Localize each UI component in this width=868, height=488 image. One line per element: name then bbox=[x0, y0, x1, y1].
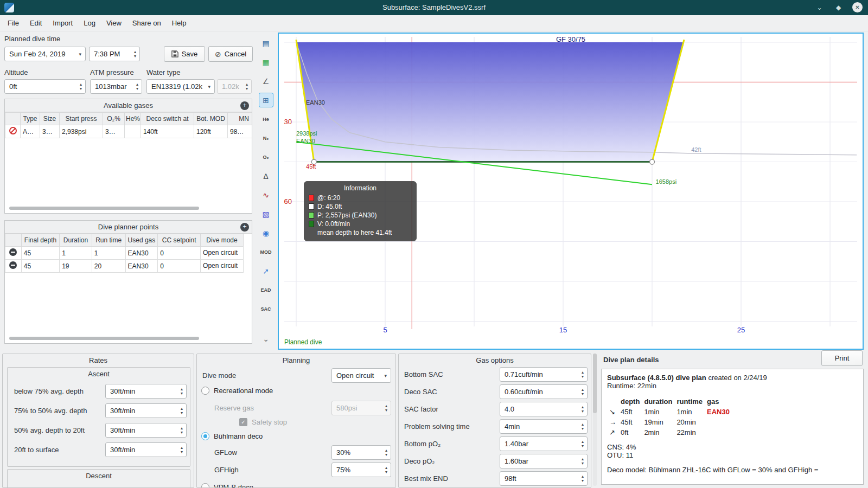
col-type[interactable]: Type bbox=[21, 113, 40, 125]
profile-picture-icon[interactable]: ▧ bbox=[259, 207, 273, 221]
tissues-icon[interactable]: ∆ bbox=[259, 169, 273, 183]
cylinder-in-use-icon[interactable] bbox=[9, 127, 17, 134]
print-button[interactable]: Print bbox=[821, 350, 863, 366]
title-bar[interactable]: Subsurface: SampleDivesV2.ssrf ⌄ ◆ ✕ bbox=[0, 0, 868, 15]
gflow-spinbox[interactable]: 30% ▴▾ bbox=[331, 445, 391, 460]
spin-buttons[interactable]: ▴▾ bbox=[580, 370, 585, 379]
menu-help[interactable]: Help bbox=[167, 16, 192, 30]
add-gas-button[interactable]: + bbox=[240, 101, 249, 110]
spin-down-icon[interactable]: ▾ bbox=[582, 479, 584, 483]
spin-buttons[interactable]: ▴▾ bbox=[384, 466, 389, 474]
gfhigh-spinbox[interactable]: 75% ▴▾ bbox=[331, 463, 391, 477]
spin-down-icon[interactable]: ▾ bbox=[136, 87, 138, 91]
col-bot-mod[interactable]: Bot. MOD bbox=[194, 113, 228, 125]
ndl-icon[interactable]: ➚ bbox=[259, 264, 273, 278]
col-size[interactable]: Size bbox=[40, 113, 60, 125]
best-mix-end-spinbox[interactable]: 98ft ▴▾ bbox=[500, 471, 588, 486]
spin-buttons[interactable]: ▴▾ bbox=[179, 446, 184, 454]
spin-buttons[interactable]: ▴▾ bbox=[580, 440, 585, 448]
sac-factor-spinbox[interactable]: 4.0 ▴▾ bbox=[500, 402, 588, 416]
spin-down-icon[interactable]: ▾ bbox=[181, 450, 183, 454]
add-point-button[interactable]: + bbox=[240, 223, 249, 232]
gas-change-icon[interactable]: ◉ bbox=[259, 226, 273, 240]
spin-buttons[interactable]: ▴▾ bbox=[179, 426, 184, 435]
spin-buttons[interactable]: ▴▾ bbox=[179, 387, 184, 396]
col-used-gas[interactable]: Used gas bbox=[125, 234, 158, 247]
water-type-combobox[interactable]: EN13319 (1.02k ▾ bbox=[146, 79, 215, 94]
spin-down-icon[interactable]: ▾ bbox=[134, 54, 136, 59]
col-deco-switch[interactable]: Deco switch at bbox=[141, 113, 194, 125]
col-o2[interactable]: O₂% bbox=[103, 113, 125, 125]
vpmb-radio[interactable] bbox=[201, 483, 209, 488]
deco-po2-spinbox[interactable]: 1.60bar ▴▾ bbox=[500, 454, 588, 468]
spin-buttons[interactable]: ▴▾ bbox=[580, 457, 585, 466]
ascent-rate-3-spinbox[interactable]: 30ft/min ▴▾ bbox=[105, 423, 187, 438]
mod-icon[interactable]: MOD bbox=[259, 245, 273, 259]
col-start-press[interactable]: Start press bbox=[60, 113, 103, 125]
spin-down-icon[interactable]: ▾ bbox=[181, 391, 183, 396]
spin-down-icon[interactable]: ▾ bbox=[582, 392, 584, 396]
col-dive-mode[interactable]: Dive mode bbox=[201, 234, 244, 247]
menu-import[interactable]: Import bbox=[47, 16, 78, 30]
spin-buttons[interactable]: ▴▾ bbox=[580, 388, 585, 396]
partial-pressure-he-icon[interactable]: He bbox=[259, 112, 273, 126]
vertical-scrollbar-thumb[interactable] bbox=[593, 354, 597, 413]
maximize-icon[interactable]: ◆ bbox=[833, 2, 844, 12]
spin-down-icon[interactable]: ▾ bbox=[582, 444, 584, 448]
col-he[interactable]: He% bbox=[125, 113, 141, 125]
delete-point-icon[interactable] bbox=[9, 248, 17, 256]
cancel-button[interactable]: ⊘ Cancel bbox=[208, 46, 253, 62]
buhlmann-radio[interactable] bbox=[201, 432, 209, 440]
spin-buttons[interactable]: ▴▾ bbox=[580, 422, 585, 431]
horizontal-scrollbar[interactable] bbox=[9, 337, 199, 340]
spin-buttons[interactable]: ▴▾ bbox=[135, 82, 140, 91]
partial-pressure-n2-icon[interactable]: N₂ bbox=[259, 131, 273, 145]
spin-down-icon[interactable]: ▾ bbox=[181, 431, 183, 435]
menu-file[interactable]: File bbox=[2, 16, 24, 30]
heart-rate-icon[interactable]: ∿ bbox=[259, 188, 273, 202]
spin-down-icon[interactable]: ▾ bbox=[582, 427, 584, 431]
ruler-icon[interactable]: ∠ bbox=[259, 74, 273, 88]
spin-buttons[interactable]: ▴▾ bbox=[580, 405, 585, 414]
photos-icon[interactable]: ▦ bbox=[259, 55, 273, 69]
toolbar-scroll-down-icon[interactable]: ⌄ bbox=[263, 335, 269, 343]
spin-buttons[interactable]: ▴▾ bbox=[78, 82, 84, 91]
spin-buttons[interactable]: ▴▾ bbox=[179, 407, 184, 415]
atm-pressure-spinbox[interactable]: 1013mbar ▴▾ bbox=[90, 79, 142, 94]
ascent-rate-4-spinbox[interactable]: 30ft/min ▴▾ bbox=[105, 442, 187, 457]
spin-down-icon[interactable]: ▾ bbox=[582, 461, 584, 466]
col-mnd[interactable]: MN bbox=[228, 113, 253, 125]
gas-table-row[interactable]: A… 3… 2,938psi 3… 140ft 120ft 98… bbox=[5, 125, 253, 138]
deco-sac-spinbox[interactable]: 0.60cuft/min ▴▾ bbox=[500, 384, 588, 399]
ead-icon[interactable]: EAD bbox=[259, 282, 273, 297]
menu-edit[interactable]: Edit bbox=[24, 16, 47, 30]
spin-down-icon[interactable]: ▾ bbox=[385, 453, 387, 457]
col-duration[interactable]: Duration bbox=[60, 234, 92, 247]
spin-buttons[interactable]: ▴▾ bbox=[580, 474, 585, 483]
ascent-rate-2-spinbox[interactable]: 30ft/min ▴▾ bbox=[105, 403, 187, 418]
menu-share-on[interactable]: Share on bbox=[127, 16, 167, 30]
recreational-mode-option[interactable]: Recreational mode bbox=[201, 383, 273, 398]
spin-buttons[interactable]: ▴▾ bbox=[384, 448, 389, 457]
dive-profile-chart[interactable]: 306051525GF 30/75EAN302938psiEAN3045ft16… bbox=[278, 33, 864, 350]
bottom-po2-spinbox[interactable]: 1.40bar ▴▾ bbox=[500, 436, 588, 451]
dive-date-combobox[interactable]: Sun Feb 24, 2019 ▾ bbox=[4, 47, 86, 61]
col-cc-setpoint[interactable]: CC setpoint bbox=[158, 234, 201, 247]
col-final-depth[interactable]: Final depth bbox=[21, 234, 59, 247]
problem-solving-time-spinbox[interactable]: 4min ▴▾ bbox=[500, 419, 588, 434]
spin-down-icon[interactable]: ▾ bbox=[582, 375, 584, 379]
spin-down-icon[interactable]: ▾ bbox=[385, 470, 387, 474]
close-icon[interactable]: ✕ bbox=[852, 2, 863, 12]
bottom-sac-spinbox[interactable]: 0.71cuft/min ▴▾ bbox=[500, 367, 588, 382]
save-button[interactable]: Save bbox=[164, 46, 205, 62]
altitude-spinbox[interactable]: 0ft ▴▾ bbox=[4, 79, 86, 94]
vertical-scrollbar[interactable] bbox=[593, 354, 597, 486]
horizontal-scrollbar[interactable] bbox=[9, 207, 199, 210]
spin-down-icon[interactable]: ▾ bbox=[582, 409, 584, 414]
col-run-time[interactable]: Run time bbox=[92, 234, 125, 247]
spin-buttons[interactable]: ▴▾ bbox=[132, 50, 138, 59]
planner-point-row[interactable]: 45 1 1 EAN30 0 Open circuit bbox=[5, 247, 244, 260]
calculated-ceiling-icon[interactable]: ▤ bbox=[259, 36, 273, 50]
spin-down-icon[interactable]: ▾ bbox=[181, 411, 183, 415]
partial-pressure-o2-icon[interactable]: O₂ bbox=[259, 150, 273, 164]
